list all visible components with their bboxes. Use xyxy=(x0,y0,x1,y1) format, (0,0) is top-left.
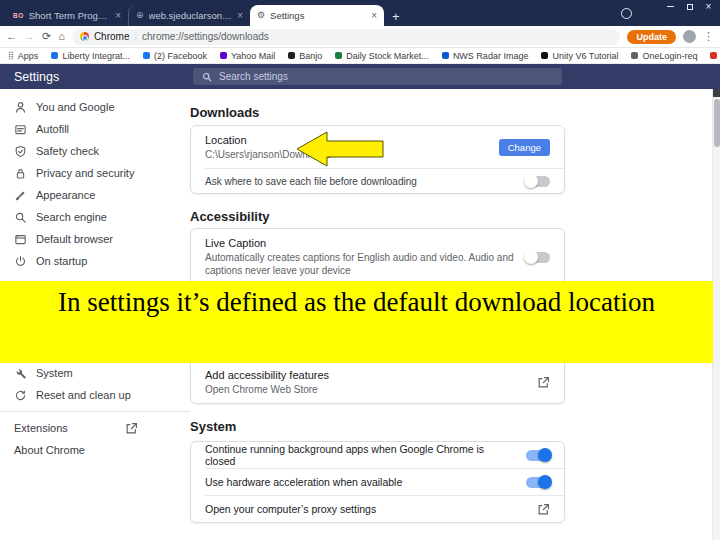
bookmark-favicon xyxy=(710,52,717,59)
new-tab-button[interactable]: + xyxy=(392,10,400,23)
tab-settings[interactable]: ⚙ Settings × xyxy=(250,5,384,26)
bookmark-item[interactable]: OneLogin-req xyxy=(631,51,697,61)
wrench-icon xyxy=(14,367,27,380)
live-caption-row[interactable]: Live Caption Automatically creates capti… xyxy=(191,229,564,285)
change-button[interactable]: Change xyxy=(499,139,550,156)
bookmark-item[interactable]: Unity V6 Tutorial xyxy=(541,51,618,61)
apps-shortcut[interactable]: ⣿ Apps xyxy=(8,51,38,61)
browser-window: BO Short Term Programs × ⊕ web.sjeduclar… xyxy=(0,0,720,540)
sidebar-item-on-startup[interactable]: On startup xyxy=(0,250,190,272)
bookmark-item[interactable]: NWS Radar Image xyxy=(442,51,529,61)
globe-icon: ⊕ xyxy=(136,11,144,20)
toggle-knob xyxy=(524,250,538,264)
profile-circle-icon[interactable] xyxy=(621,8,632,19)
profile-avatar[interactable] xyxy=(683,30,696,43)
tab-short-term-programs[interactable]: BO Short Term Programs × xyxy=(6,5,128,26)
bookmark-item[interactable]: Daily Stock Market... xyxy=(335,51,429,61)
minimize-button[interactable] xyxy=(661,0,680,13)
accessibility-heading: Accessibility xyxy=(190,210,565,223)
system-card: Continue running background apps when Go… xyxy=(190,441,565,523)
ask-where-to-save-toggle[interactable] xyxy=(526,176,550,187)
window-controls: × xyxy=(661,0,718,13)
bookmark-item[interactable]: (2) Facebook xyxy=(143,51,207,61)
ask-where-to-save-row[interactable]: Ask where to save each file before downl… xyxy=(191,169,564,193)
bookmark-label: Daily Stock Market... xyxy=(346,51,429,61)
close-window-button[interactable]: × xyxy=(699,0,718,13)
proxy-settings-row[interactable]: Open your computer’s proxy settings xyxy=(191,496,564,522)
bookmark-favicon xyxy=(143,52,150,59)
apps-grid-icon: ⣿ xyxy=(8,52,14,60)
sidebar-item-privacy[interactable]: Privacy and security xyxy=(0,162,190,184)
bookmark-label: (2) Facebook xyxy=(154,51,207,61)
sidebar-item-search-engine[interactable]: Search engine xyxy=(0,206,190,228)
bookmark-label: Unity V6 Tutorial xyxy=(552,51,618,61)
add-features-subtitle: Open Chrome Web Store xyxy=(205,384,329,395)
tab-title: web.sjeduclarson/kgs1000/Un xyxy=(149,10,233,21)
tab-close-icon[interactable]: × xyxy=(237,10,243,21)
bookmarks-list: Liberty Integrat...(2) FacebookYahoo Mai… xyxy=(51,51,720,61)
forward-icon[interactable]: → xyxy=(24,31,35,42)
toggle-knob xyxy=(538,475,552,489)
sidebar-item-autofill[interactable]: Autofill xyxy=(0,118,190,140)
reload-icon[interactable]: ⟳ xyxy=(42,31,51,42)
back-icon[interactable]: ← xyxy=(6,31,17,42)
search-placeholder: Search settings xyxy=(219,71,288,82)
hardware-acceleration-row[interactable]: Use hardware acceleration when available xyxy=(191,469,564,495)
bookmark-favicon xyxy=(288,52,295,59)
hardware-acceleration-toggle[interactable] xyxy=(526,477,550,488)
maximize-button[interactable] xyxy=(680,0,699,13)
sidebar-item-about-chrome[interactable]: About Chrome xyxy=(0,439,190,461)
update-button[interactable]: Update xyxy=(627,30,676,44)
omnibox-url: chrome://settings/downloads xyxy=(142,31,269,42)
sidebar-item-safety-check[interactable]: Safety check xyxy=(0,140,190,162)
sidebar-item-default-browser[interactable]: Default browser xyxy=(0,228,190,250)
omnibox[interactable]: Chrome | chrome://settings/downloads xyxy=(72,29,621,45)
sidebar-item-you-and-google[interactable]: You and Google xyxy=(0,96,190,118)
background-apps-row[interactable]: Continue running background apps when Go… xyxy=(191,442,564,468)
add-accessibility-features-row[interactable]: Add accessibility features Open Chrome W… xyxy=(191,361,564,403)
scrollbar-thumb[interactable] xyxy=(714,99,720,147)
power-icon xyxy=(14,255,27,268)
sidebar-item-system[interactable]: System xyxy=(0,362,190,384)
add-features-title: Add accessibility features xyxy=(205,369,329,381)
sidebar-item-appearance[interactable]: Appearance xyxy=(0,184,190,206)
bookmark-label: Yahoo Mail xyxy=(231,51,275,61)
hardware-acceleration-label: Use hardware acceleration when available xyxy=(205,476,402,488)
home-icon[interactable]: ⌂ xyxy=(58,31,65,42)
external-link-icon xyxy=(537,376,550,389)
gear-icon: ⚙ xyxy=(257,11,265,20)
bookmark-item[interactable]: Liberty Integrat... xyxy=(51,51,130,61)
background-apps-toggle[interactable] xyxy=(526,450,550,461)
ask-where-to-save-label: Ask where to save each file before downl… xyxy=(205,176,417,187)
page-scrollbar[interactable] xyxy=(712,89,720,540)
settings-title: Settings xyxy=(14,64,59,89)
sidebar-item-reset[interactable]: Reset and clean up xyxy=(0,384,190,406)
bookmark-item[interactable]: Yahoo Mail xyxy=(220,51,275,61)
proxy-settings-label: Open your computer’s proxy settings xyxy=(205,503,376,515)
live-caption-description: Automatically creates captions for Engli… xyxy=(205,252,515,277)
menu-kebab-icon[interactable]: ⋮ xyxy=(703,30,714,43)
address-bar: ← → ⟳ ⌂ Chrome | chrome://settings/downl… xyxy=(0,26,720,48)
shield-check-icon xyxy=(14,145,27,158)
bookmark-item[interactable]: 911Phone.com xyxy=(710,51,720,61)
sidebar-item-label: Appearance xyxy=(36,189,95,201)
toggle-knob xyxy=(524,174,538,188)
person-icon xyxy=(14,101,27,114)
bookmark-item[interactable]: Banjo xyxy=(288,51,322,61)
sidebar-item-extensions[interactable]: Extensions xyxy=(0,417,190,439)
tab-close-icon[interactable]: × xyxy=(371,10,377,21)
annotation-banner: In settings it’s defined as the default … xyxy=(0,281,713,363)
tab-web-sjedu[interactable]: ⊕ web.sjeduclarson/kgs1000/Un × xyxy=(128,5,250,26)
bookmark-favicon xyxy=(541,52,548,59)
live-caption-toggle[interactable] xyxy=(526,252,550,263)
bookmark-favicon xyxy=(335,52,342,59)
bookmarks-bar: ⣿ Apps Liberty Integrat...(2) FacebookYa… xyxy=(0,48,720,64)
scrollbar-top-button[interactable] xyxy=(713,89,720,97)
magnifier-icon xyxy=(14,211,27,224)
search-icon xyxy=(202,72,212,82)
live-caption-title: Live Caption xyxy=(205,237,515,249)
sidebar-item-label: System xyxy=(36,367,73,379)
bookmark-label: Banjo xyxy=(299,51,322,61)
tab-close-icon[interactable]: × xyxy=(115,10,121,21)
search-settings-input[interactable]: Search settings xyxy=(193,68,562,85)
